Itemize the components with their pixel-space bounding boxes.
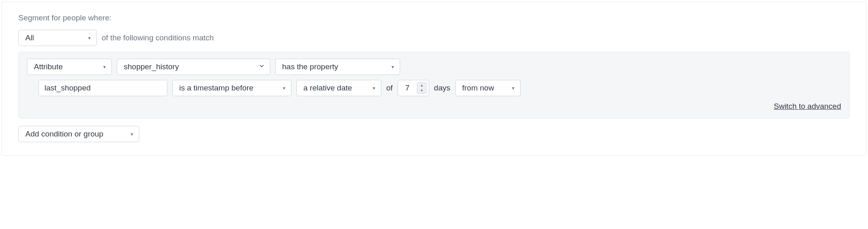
condition-row-2: is a timestamp before ▼ a relative date … [27,80,841,96]
segment-heading: Segment for people where: [18,13,850,22]
chevron-down-icon [258,62,265,71]
amount-input-wrap: ▲ ▼ [398,80,429,96]
property-operator-select[interactable]: has the property ▼ [275,59,400,75]
caret-down-icon: ▼ [391,65,395,69]
timestamp-operator-label: is a timestamp before [179,84,254,92]
property-name-input[interactable] [38,80,167,96]
add-condition-button[interactable]: Add condition or group ▼ [18,126,139,142]
add-condition-label: Add condition or group [25,130,103,139]
attribute-name-label: shopper_history [124,62,179,71]
caret-down-icon: ▼ [102,65,107,69]
property-operator-label: has the property [282,62,338,71]
match-quantifier-select[interactable]: All ▼ [18,30,97,46]
relative-to-select[interactable]: from now ▼ [455,80,521,96]
add-row: Add condition or group ▼ [18,126,850,142]
condition-type-select[interactable]: Attribute ▼ [27,59,112,75]
date-mode-select[interactable]: a relative date ▼ [296,80,381,96]
timestamp-operator-select[interactable]: is a timestamp before ▼ [172,80,292,96]
stepper-down-icon[interactable]: ▼ [417,88,426,93]
caret-down-icon: ▼ [372,86,376,90]
match-suffix-text: of the following conditions match [102,33,214,42]
caret-down-icon: ▼ [282,86,286,90]
of-label: of [386,84,393,92]
segment-builder: Segment for people where: All ▼ of the f… [2,2,866,156]
conditions-group: Attribute ▼ shopper_history has the prop… [18,52,850,119]
condition-row-1: Attribute ▼ shopper_history has the prop… [27,59,841,75]
condition-type-label: Attribute [34,62,63,71]
caret-down-icon: ▼ [130,132,134,137]
amount-input[interactable] [398,80,417,96]
unit-label: days [434,84,450,92]
caret-down-icon: ▼ [511,86,515,90]
caret-down-icon: ▼ [87,36,91,40]
relative-to-label: from now [462,84,494,92]
amount-stepper[interactable]: ▲ ▼ [417,82,427,94]
match-quantifier-label: All [25,33,34,42]
attribute-name-select[interactable]: shopper_history [117,59,270,75]
match-row: All ▼ of the following conditions match [18,30,850,46]
date-mode-label: a relative date [303,84,352,92]
conditions-footer: Switch to advanced [27,102,841,111]
stepper-up-icon[interactable]: ▲ [417,83,426,88]
switch-to-advanced-link[interactable]: Switch to advanced [774,102,841,111]
